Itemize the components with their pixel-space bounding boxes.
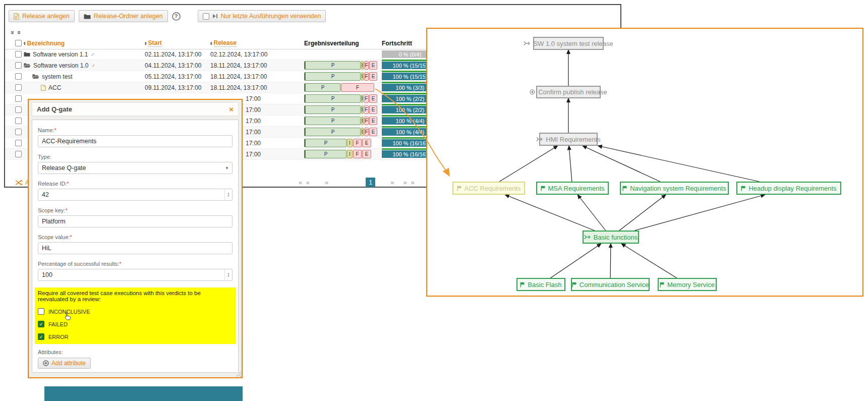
pagination: « « « 1 » » » [299, 178, 416, 187]
diagram-node-nav[interactable]: Navigation system Requirements [620, 182, 729, 195]
pagination-prev[interactable]: « [325, 179, 328, 186]
flag-icon [622, 186, 627, 191]
scope-key-field[interactable] [38, 215, 233, 227]
expand-all-icon[interactable]: « [17, 31, 22, 34]
row-name-cell[interactable]: Software version 1.1♂ [24, 51, 145, 58]
column-header-result-distribution: Ergebnisverteilung [304, 40, 382, 47]
verdict-highlight-block: Require all covered test case executions… [35, 288, 236, 344]
row-checkbox[interactable] [15, 95, 22, 102]
row-start-date: 09.11.2024, 13:17:00 [145, 84, 210, 91]
percentage-field[interactable] [38, 269, 233, 281]
segment-failed: F [353, 150, 362, 158]
row-checkbox[interactable] [15, 84, 22, 91]
help-icon[interactable]: ? [172, 12, 181, 21]
segment-inconclusive: I [361, 72, 364, 81]
attributes-label: Attributes: [38, 349, 233, 355]
sort-icon: ▴▾ [24, 41, 26, 45]
edge-msa-to-hmi [569, 146, 572, 182]
inconclusive-checkbox[interactable] [38, 308, 44, 315]
result-distribution-bar: PIFE [304, 117, 382, 125]
segment-error: E [362, 150, 371, 158]
row-release-date: 02.12.2024, 13:17:00 [210, 51, 304, 58]
node-label: ACC Requirements [465, 185, 521, 192]
row-checkbox[interactable] [15, 140, 22, 146]
row-start-date: 04.11.2024, 13:17:00 [145, 62, 210, 69]
result-distribution-bar: PIFE [304, 72, 382, 81]
release-id-field[interactable] [38, 189, 233, 201]
pagination-next[interactable]: » [390, 179, 394, 186]
node-label: SW 1.0 system test release [533, 40, 613, 47]
diagram-node-msa[interactable]: MSA Requirements [536, 182, 609, 195]
skip-to-end-icon [212, 14, 218, 19]
row-checkbox[interactable] [15, 62, 22, 69]
row-checkbox[interactable] [15, 129, 22, 135]
segment-pass: P [304, 128, 361, 136]
diagram-node-headup[interactable]: Headup display Requirements [736, 182, 841, 195]
row-checkbox[interactable] [15, 106, 22, 113]
create-release-button[interactable]: Release anlegen [9, 10, 75, 22]
column-header-release[interactable]: ▴▾ Release [210, 39, 304, 47]
row-checkbox[interactable] [15, 151, 22, 157]
qgate-icon [524, 41, 530, 46]
pagination-current-page[interactable]: 1 [366, 178, 375, 187]
row-checkbox[interactable] [15, 51, 22, 58]
segment-pass: P [304, 61, 361, 70]
row-checkbox[interactable] [15, 118, 22, 124]
flag-icon [520, 282, 525, 288]
diagram-node-bflash[interactable]: Basic Flash [516, 278, 565, 291]
diagram-node-memory[interactable]: Memory Service [658, 278, 717, 291]
node-label: Memory Service [667, 281, 715, 289]
collapse-all-icon[interactable]: » [10, 31, 16, 34]
close-icon[interactable]: × [229, 105, 234, 113]
segment-error: E [369, 128, 377, 136]
review-icon [530, 89, 535, 95]
flag-icon [541, 186, 545, 191]
column-header-start[interactable]: ▴▾ Start [145, 39, 210, 47]
segment-pass: P [304, 139, 346, 147]
result-distribution-bar: PIFE [304, 150, 382, 158]
name-field[interactable] [38, 135, 233, 147]
segment-error: E [369, 61, 377, 70]
error-checkbox[interactable]: ✓ [38, 333, 44, 340]
diagram-node-hmi[interactable]: HMI Requirements [539, 133, 598, 146]
row-name: ACC [48, 84, 61, 91]
segment-pass: P [304, 105, 361, 114]
column-header-name[interactable]: ▴▾ Bezeichnung [24, 40, 145, 47]
diagram-node-confirm[interactable]: Confirm publish release [536, 86, 601, 98]
row-name-cell[interactable]: system test [24, 73, 145, 80]
diagram-node-acc[interactable]: ACC Requirements [452, 182, 525, 195]
row-checkbox[interactable] [15, 73, 22, 80]
node-label: MSA Requirements [548, 185, 605, 192]
diagram-node-comm[interactable]: Communication Service [571, 278, 650, 291]
node-label: Basic functions [594, 234, 638, 241]
only-last-executions-toggle[interactable]: Nur letzte Ausführungen verwenden [198, 10, 326, 22]
plus-circle-icon [43, 360, 49, 366]
row-start-date: 05.11.2024, 13:17:00 [145, 73, 210, 80]
number-stepper[interactable]: ▴▾ [224, 269, 232, 280]
flag-icon [457, 186, 461, 191]
pagination-first[interactable]: « « [299, 179, 311, 186]
number-stepper[interactable]: ▴▾ [224, 189, 232, 200]
link-icon: ♂ [90, 51, 94, 58]
type-select[interactable]: Release Q-gate [38, 162, 233, 174]
scope-value-field[interactable] [38, 242, 233, 254]
edge-comm-to-basicfn [610, 244, 611, 278]
edge-bflash-to-basicfn [551, 244, 601, 278]
diagram-node-sw10[interactable]: SW 1.0 system test release [533, 37, 604, 50]
row-name-cell[interactable]: Software version 1.0♂ [24, 62, 145, 69]
create-release-folder-button[interactable]: Release-Ordner anlegen [79, 10, 168, 22]
dialog-title: Add Q-gate [37, 105, 72, 113]
segment-failed: F [353, 139, 362, 147]
scope-key-label: Scope key:* [38, 207, 233, 213]
result-distribution-bar: PIFE [304, 128, 382, 136]
diagram-node-basicfn[interactable]: Basic functions [583, 231, 639, 244]
row-name-cell[interactable]: ACC [24, 84, 145, 91]
select-all-checkbox[interactable] [15, 40, 22, 46]
only-last-executions-checkbox[interactable] [203, 13, 209, 20]
segment-inconclusive: I [347, 139, 353, 147]
failed-checkbox[interactable]: ✓ [38, 321, 44, 327]
pagination-last[interactable]: » » [403, 179, 416, 186]
qgate-icon [536, 137, 543, 142]
dialog-title-bar[interactable]: Add Q-gate × [32, 102, 239, 116]
add-attribute-button[interactable]: Add attribute [38, 358, 91, 369]
